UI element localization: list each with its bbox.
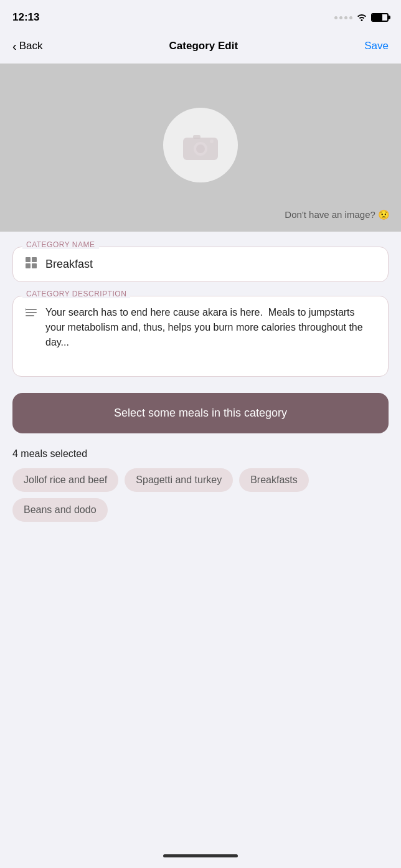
signal-icon — [334, 16, 352, 19]
svg-rect-3 — [193, 135, 200, 139]
status-bar: 12:13 — [0, 0, 401, 31]
nav-bar: ‹ Back Category Edit Save — [0, 31, 401, 64]
category-description-label: CATEGORY DESCRIPTION — [22, 290, 130, 298]
category-name-field: CATEGORY NAME — [12, 247, 389, 282]
chevron-left-icon: ‹ — [12, 40, 17, 52]
page-title: Category Edit — [169, 40, 238, 52]
image-upload-area[interactable]: Don't have an image? 😟 — [0, 64, 401, 232]
content-area: CATEGORY NAME CATEGORY DESCRIPTION — [0, 232, 401, 522]
status-time: 12:13 — [12, 11, 39, 24]
back-button[interactable]: ‹ Back — [12, 40, 42, 52]
meal-tag[interactable]: Jollof rice and beef — [12, 468, 118, 492]
category-description-box: Your search has to end here cause akara … — [12, 296, 389, 377]
category-description-field: CATEGORY DESCRIPTION Your search has to … — [12, 296, 389, 377]
svg-rect-10 — [26, 312, 37, 313]
list-icon — [24, 306, 38, 323]
meal-tags: Jollof rice and beef Spagetti and turkey… — [12, 468, 389, 522]
category-description-input[interactable]: Your search has to end here cause akara … — [45, 305, 377, 367]
no-image-text: Don't have an image? 😟 — [285, 209, 390, 220]
svg-rect-11 — [26, 315, 34, 316]
meals-count: 4 meals selected — [12, 448, 389, 460]
save-button[interactable]: Save — [364, 40, 389, 52]
category-name-box — [12, 247, 389, 282]
meal-tag[interactable]: Beans and dodo — [12, 498, 108, 522]
status-icons — [334, 12, 389, 23]
category-name-input[interactable] — [45, 258, 377, 271]
back-label: Back — [19, 40, 43, 52]
camera-icon — [182, 129, 219, 161]
svg-rect-9 — [26, 309, 37, 310]
svg-rect-5 — [26, 257, 31, 262]
svg-rect-7 — [26, 263, 31, 268]
battery-icon — [371, 13, 389, 22]
svg-point-4 — [210, 139, 214, 143]
svg-point-2 — [196, 144, 205, 153]
meal-tag[interactable]: Breakfasts — [239, 468, 309, 492]
grid-icon — [24, 256, 38, 273]
svg-rect-8 — [32, 263, 37, 268]
select-meals-button[interactable]: Select some meals in this category — [12, 393, 389, 433]
camera-circle — [163, 108, 238, 182]
home-indicator — [163, 854, 238, 857]
svg-rect-6 — [32, 257, 37, 262]
wifi-icon — [356, 12, 367, 23]
svg-rect-12 — [25, 308, 26, 311]
category-name-label: CATEGORY NAME — [22, 240, 99, 249]
meals-selected-section: 4 meals selected Jollof rice and beef Sp… — [12, 448, 389, 522]
home-indicator-area — [0, 843, 401, 868]
meal-tag[interactable]: Spagetti and turkey — [125, 468, 233, 492]
